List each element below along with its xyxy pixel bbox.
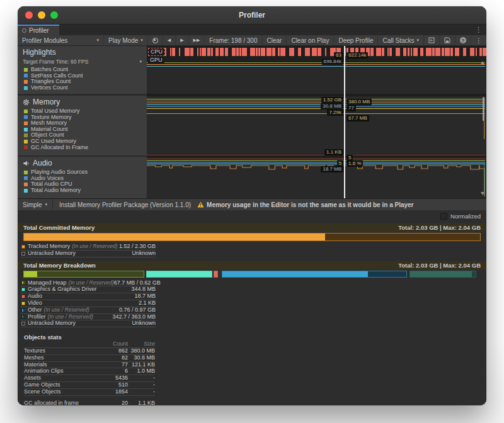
- cpu-frame-bar[interactable]: [215, 48, 219, 56]
- help-button[interactable]: ?: [455, 35, 471, 45]
- breakdown-segment-graphics-driver[interactable]: [146, 271, 212, 278]
- cpu-frame-bar[interactable]: [376, 48, 381, 56]
- speaker-icon[interactable]: [23, 160, 30, 167]
- cpu-frame-bar[interactable]: [289, 48, 294, 56]
- module-counter[interactable]: GC Allocated In Frame: [18, 145, 147, 151]
- cpu-frame-bar[interactable]: [170, 48, 171, 56]
- save-profile-button[interactable]: [440, 35, 455, 45]
- selected-frame-indicator[interactable]: [344, 46, 345, 198]
- minimize-window-button[interactable]: [38, 11, 45, 19]
- deep-profile-toggle[interactable]: Deep Profile: [334, 35, 378, 45]
- objects-stats-row[interactable]: Meshes8230.8 MB: [24, 355, 155, 362]
- tab-overflow-menu-icon[interactable]: ⋮: [475, 26, 482, 34]
- gear-icon[interactable]: [23, 99, 30, 106]
- scroll-up-icon[interactable]: [481, 61, 484, 64]
- cpu-frame-bar[interactable]: [426, 48, 432, 56]
- cpu-frame-bar[interactable]: [242, 48, 247, 56]
- cpu-frame-bar[interactable]: [442, 48, 444, 56]
- cpu-frame-bar[interactable]: [202, 48, 206, 56]
- cpu-frame-bar[interactable]: [305, 48, 310, 56]
- cpu-frame-bar[interactable]: [278, 48, 280, 56]
- cpu-frame-bar[interactable]: [432, 48, 435, 56]
- module-counter[interactable]: Vertices Count: [18, 85, 147, 91]
- cpu-frame-bar[interactable]: [236, 48, 239, 56]
- breakdown-segment-profiler[interactable]: [410, 271, 476, 278]
- cpu-frame-bar[interactable]: [225, 48, 228, 56]
- cpu-frame-bar[interactable]: [476, 48, 477, 56]
- current-frame-button[interactable]: ▶▶: [189, 35, 205, 45]
- cpu-frame-bar[interactable]: [455, 48, 459, 56]
- close-window-button[interactable]: [25, 11, 33, 19]
- cpu-frame-bar[interactable]: [396, 48, 401, 56]
- cpu-frame-bar[interactable]: [382, 48, 384, 56]
- context-menu-button[interactable]: ⋮: [471, 35, 486, 45]
- cpu-frame-bar[interactable]: [325, 48, 326, 56]
- cpu-frame-bar[interactable]: [190, 48, 193, 56]
- breakdown-segment-audio[interactable]: [214, 271, 218, 278]
- cpu-frame-bar[interactable]: [389, 48, 391, 56]
- previous-frame-button[interactable]: ◀: [163, 35, 176, 45]
- cpu-frame-bar[interactable]: [211, 48, 213, 56]
- cpu-frame-bar[interactable]: [445, 48, 450, 56]
- objects-stats-row[interactable]: Scene Objects1854-: [24, 389, 155, 396]
- cpu-frame-bar[interactable]: [185, 48, 190, 56]
- cpu-frame-bar[interactable]: [280, 48, 285, 56]
- next-frame-button[interactable]: ▶: [176, 35, 188, 45]
- cpu-frame-bar[interactable]: [258, 48, 260, 56]
- chart-scrollbar[interactable]: [483, 97, 484, 121]
- memory-legend-row[interactable]: Untracked MemoryUnknown: [21, 320, 156, 327]
- load-profile-button[interactable]: [424, 35, 440, 45]
- module-counter[interactable]: Total Audio Memory: [18, 188, 147, 194]
- cpu-frame-bar[interactable]: [435, 48, 440, 56]
- cpu-frame-bar[interactable]: [256, 48, 258, 56]
- cpu-frame-bar[interactable]: [272, 48, 275, 56]
- memory-breakdown-bar[interactable]: [23, 271, 481, 278]
- memory-chart[interactable]: [147, 96, 486, 155]
- cpu-frame-bar[interactable]: [261, 48, 265, 56]
- cpu-frame-bar[interactable]: [298, 48, 301, 56]
- cpu-frame-bar[interactable]: [207, 48, 210, 56]
- breakdown-segment-managed-heap[interactable]: [23, 271, 144, 278]
- cpu-frame-bar[interactable]: [179, 48, 181, 56]
- cpu-frame-bar[interactable]: [370, 48, 374, 56]
- highlights-chart[interactable]: CPU GPU: [147, 46, 486, 94]
- memory-legend-row[interactable]: Other(In use / Reserved)0.76 / 0.97 GB: [21, 307, 156, 314]
- normalized-checkbox[interactable]: [440, 213, 447, 220]
- memory-legend-row[interactable]: Untracked MemoryUnknown: [21, 251, 156, 257]
- gpu-track-label[interactable]: GPU: [148, 57, 164, 64]
- audio-chart[interactable]: [147, 157, 486, 198]
- fullscreen-window-button[interactable]: [50, 11, 58, 19]
- module-section-memory[interactable]: Memory Total Used MemoryTexture MemoryMe…: [18, 96, 147, 155]
- cpu-track-label[interactable]: CPU: [148, 48, 165, 56]
- cpu-frame-bar[interactable]: [266, 48, 272, 56]
- cpu-frame-bar[interactable]: [387, 48, 389, 56]
- cpu-frame-bar[interactable]: [232, 48, 236, 56]
- call-stacks-dropdown[interactable]: Call Stacks ▾: [378, 35, 424, 45]
- breakdown-segment-other[interactable]: [222, 271, 407, 278]
- cpu-frame-bar[interactable]: [413, 48, 418, 56]
- target-frame-time-dropdown[interactable]: Target Frame Time: 60 FPS ▾: [18, 57, 147, 65]
- tab-profiler[interactable]: Profiler: [18, 25, 59, 35]
- module-section-audio[interactable]: Audio Playing Audio SourcesAudio VoicesT…: [18, 157, 147, 198]
- cpu-frame-bar[interactable]: [450, 48, 453, 56]
- cpu-frame-bar[interactable]: [479, 48, 482, 56]
- objects-stats-row[interactable]: Animation Clips61.0 MB: [24, 368, 155, 375]
- committed-memory-bar[interactable]: [23, 233, 481, 241]
- clear-button[interactable]: Clear: [263, 35, 287, 45]
- play-mode-dropdown[interactable]: Play Mode ▾: [104, 35, 148, 45]
- cpu-frame-bar[interactable]: [411, 48, 413, 56]
- scroll-down-icon[interactable]: [481, 192, 484, 195]
- cpu-frame-bar[interactable]: [470, 48, 474, 56]
- cpu-usage-strip[interactable]: [147, 47, 486, 62]
- cpu-frame-bar[interactable]: [250, 48, 255, 56]
- cpu-frame-bar[interactable]: [483, 48, 486, 56]
- install-memory-profiler-link[interactable]: Install Memory Profiler Package (Version…: [53, 201, 197, 208]
- cpu-frame-bar[interactable]: [463, 48, 466, 56]
- cpu-frame-bar[interactable]: [239, 48, 241, 56]
- normalized-toggle[interactable]: Normalized: [18, 210, 486, 222]
- profiler-charts[interactable]: CPU GPU 63622.14k696.84k1.52 GB380.0 MB3…: [147, 46, 486, 198]
- profiler-modules-dropdown[interactable]: Profiler Modules ▾: [18, 35, 104, 45]
- cpu-frame-bar[interactable]: [312, 48, 317, 56]
- titlebar[interactable]: Profiler: [18, 6, 486, 25]
- clear-on-play-toggle[interactable]: Clear on Play: [287, 35, 334, 45]
